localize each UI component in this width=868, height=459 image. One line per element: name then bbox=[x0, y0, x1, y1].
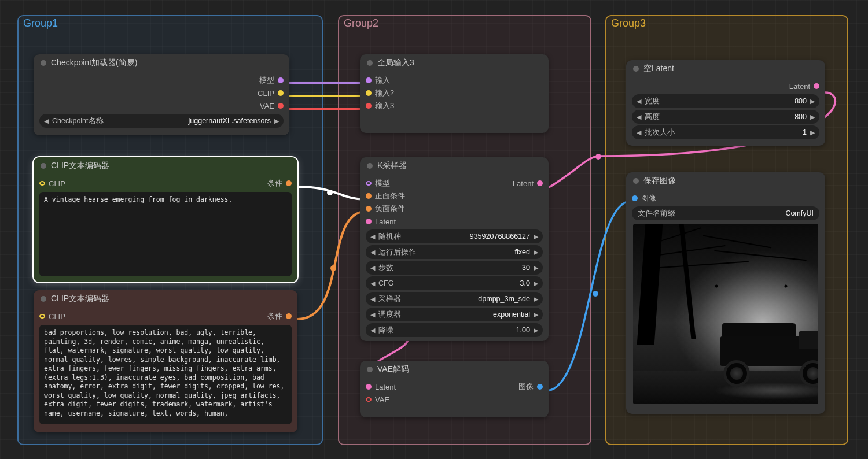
port-out-vae[interactable] bbox=[278, 103, 284, 109]
node-ksampler[interactable]: K采样器 模型 Latent 正面条件 负面条件 Latent ◀随机种9359… bbox=[360, 157, 549, 341]
prompt-textarea[interactable]: A vintage hearse emerging from fog in da… bbox=[39, 192, 292, 276]
widget-batch[interactable]: ◀批次大小1▶ bbox=[632, 125, 819, 139]
port-out-latent[interactable] bbox=[537, 180, 543, 186]
port-out-clip[interactable] bbox=[278, 90, 284, 96]
group-2-title: Group2 bbox=[344, 17, 378, 29]
collapse-icon[interactable] bbox=[367, 60, 373, 66]
chevron-left-icon[interactable]: ◀ bbox=[370, 264, 375, 272]
port-in-negative[interactable] bbox=[366, 206, 372, 212]
port-in-1[interactable] bbox=[366, 77, 372, 83]
port-in-clip[interactable] bbox=[39, 314, 45, 319]
widget-sampler[interactable]: ◀采样器dpmpp_3m_sde▶ bbox=[366, 292, 543, 306]
collapse-icon[interactable] bbox=[633, 66, 639, 72]
chevron-left-icon[interactable]: ◀ bbox=[370, 295, 375, 303]
node-empty-latent[interactable]: 空Latent Latent ◀宽度800▶ ◀高度800▶ ◀批次大小1▶ bbox=[626, 60, 825, 146]
chevron-right-icon[interactable]: ▶ bbox=[810, 98, 815, 105]
chevron-left-icon[interactable]: ◀ bbox=[637, 129, 641, 136]
chevron-right-icon[interactable]: ▶ bbox=[534, 295, 538, 303]
chevron-right-icon[interactable]: ▶ bbox=[534, 249, 538, 256]
chevron-right-icon[interactable]: ▶ bbox=[534, 264, 538, 272]
widget-seed[interactable]: ◀随机种935920768866127▶ bbox=[366, 230, 543, 243]
chevron-left-icon[interactable]: ◀ bbox=[370, 311, 375, 319]
port-out-conditioning[interactable] bbox=[286, 180, 292, 186]
widget-height[interactable]: ◀高度800▶ bbox=[632, 110, 819, 124]
group-3-title: Group3 bbox=[611, 17, 646, 29]
collapse-icon[interactable] bbox=[367, 163, 373, 169]
svg-point-1 bbox=[330, 265, 336, 271]
node-clip-text-encode-positive[interactable]: CLIP文本编码器 CLIP 条件 A vintage hearse emerg… bbox=[34, 157, 297, 282]
collapse-icon[interactable] bbox=[41, 163, 46, 169]
chevron-left-icon[interactable]: ◀ bbox=[637, 113, 641, 121]
chevron-right-icon[interactable]: ▶ bbox=[534, 280, 538, 287]
collapse-icon[interactable] bbox=[633, 178, 639, 184]
out-clip-label: CLIP bbox=[258, 89, 274, 98]
chevron-right-icon[interactable]: ▶ bbox=[534, 233, 538, 240]
widget-steps[interactable]: ◀步数30▶ bbox=[366, 261, 543, 275]
chevron-right-icon[interactable]: ▶ bbox=[534, 311, 538, 319]
collapse-icon[interactable] bbox=[41, 60, 46, 66]
chevron-right-icon[interactable]: ▶ bbox=[274, 117, 279, 125]
node-global-input[interactable]: 全局输入3 输入 输入2 输入3 bbox=[360, 54, 549, 133]
port-out-image[interactable] bbox=[537, 384, 543, 390]
widget-denoise[interactable]: ◀降噪1.00▶ bbox=[366, 323, 543, 337]
port-out-model[interactable] bbox=[278, 77, 284, 83]
out-vae-label: VAE bbox=[260, 102, 274, 110]
prompt-textarea[interactable]: bad proportions, low resolution, bad, ug… bbox=[39, 325, 292, 424]
widget-width[interactable]: ◀宽度800▶ bbox=[632, 94, 819, 108]
chevron-left-icon[interactable]: ◀ bbox=[637, 98, 641, 105]
port-in-positive[interactable] bbox=[366, 193, 372, 199]
chevron-left-icon[interactable]: ◀ bbox=[370, 249, 375, 256]
port-in-2[interactable] bbox=[366, 90, 372, 96]
svg-point-0 bbox=[327, 190, 333, 195]
widget-scheduler[interactable]: ◀调度器exponential▶ bbox=[366, 308, 543, 321]
collapse-icon[interactable] bbox=[41, 296, 46, 302]
node-vae-decode[interactable]: VAE解码 Latent 图像 VAE bbox=[360, 361, 549, 417]
port-in-vae[interactable] bbox=[366, 397, 372, 402]
chevron-left-icon[interactable]: ◀ bbox=[370, 280, 375, 287]
node-title: VAE解码 bbox=[377, 364, 409, 375]
node-checkpoint-loader[interactable]: Checkpoint加载器(简易) 模型 CLIP VAE ◀ Checkpoi… bbox=[34, 54, 289, 135]
port-out-latent[interactable] bbox=[814, 83, 819, 89]
widget-control-after[interactable]: ◀运行后操作fixed▶ bbox=[366, 245, 543, 259]
widget-filename-prefix[interactable]: 文件名前缀 ComfyUI bbox=[632, 206, 819, 220]
node-title: 空Latent bbox=[643, 64, 674, 74]
port-out-conditioning[interactable] bbox=[286, 313, 292, 319]
node-title: 全局输入3 bbox=[377, 58, 414, 68]
svg-point-2 bbox=[595, 154, 601, 160]
chevron-right-icon[interactable]: ▶ bbox=[534, 327, 538, 334]
node-title: CLIP文本编码器 bbox=[51, 161, 109, 171]
widget-checkpoint-name[interactable]: ◀ Checkpoint名称 juggernautXL.safetensors … bbox=[39, 114, 284, 128]
output-image-preview[interactable] bbox=[633, 224, 818, 404]
chevron-left-icon[interactable]: ◀ bbox=[370, 327, 375, 334]
node-clip-text-encode-negative[interactable]: CLIP文本编码器 CLIP 条件 bad proportions, low r… bbox=[34, 290, 297, 432]
svg-point-3 bbox=[593, 291, 598, 297]
port-in-latent[interactable] bbox=[366, 219, 372, 224]
port-in-clip[interactable] bbox=[39, 181, 45, 186]
collapse-icon[interactable] bbox=[367, 367, 373, 372]
node-save-image[interactable]: 保存图像 图像 文件名前缀 ComfyUI bbox=[626, 172, 825, 414]
chevron-left-icon[interactable]: ◀ bbox=[370, 233, 375, 240]
node-title: CLIP文本编码器 bbox=[51, 294, 109, 304]
widget-cfg[interactable]: ◀CFG3.0▶ bbox=[366, 276, 543, 290]
port-in-3[interactable] bbox=[366, 103, 372, 109]
out-model-label: 模型 bbox=[259, 75, 274, 86]
node-title: Checkpoint加载器(简易) bbox=[51, 58, 137, 68]
chevron-right-icon[interactable]: ▶ bbox=[810, 113, 815, 121]
port-in-image[interactable] bbox=[632, 195, 638, 201]
node-title: 保存图像 bbox=[643, 176, 676, 186]
node-title: K采样器 bbox=[377, 161, 407, 171]
port-in-latent[interactable] bbox=[366, 384, 372, 390]
chevron-left-icon[interactable]: ◀ bbox=[44, 117, 49, 125]
group-1-title: Group1 bbox=[23, 17, 58, 29]
chevron-right-icon[interactable]: ▶ bbox=[810, 129, 815, 136]
port-in-model[interactable] bbox=[366, 181, 372, 186]
